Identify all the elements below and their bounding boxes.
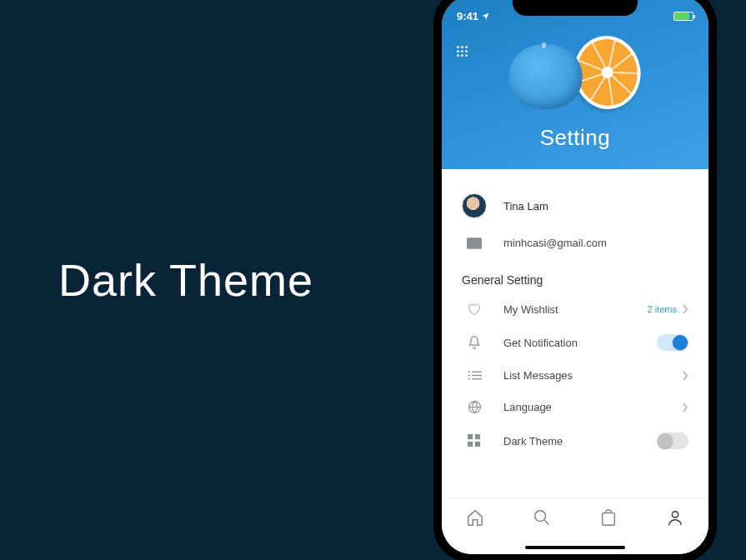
dark-theme-label: Dark Theme bbox=[503, 435, 640, 448]
svg-rect-8 bbox=[475, 434, 480, 439]
chevron-right-icon bbox=[682, 371, 688, 381]
svg-rect-3 bbox=[472, 375, 482, 376]
notification-row: Get Notification bbox=[442, 325, 708, 360]
wishlist-label: My Wishlist bbox=[503, 303, 631, 316]
svg-point-13 bbox=[672, 512, 678, 518]
messages-row[interactable]: List Messages bbox=[442, 360, 708, 391]
section-title: General Setting bbox=[442, 258, 708, 293]
chevron-right-icon bbox=[682, 304, 688, 314]
email-row: minhcasi@gmail.com bbox=[442, 228, 708, 258]
language-label: Language bbox=[503, 401, 665, 413]
avatar bbox=[462, 193, 487, 218]
svg-point-4 bbox=[468, 378, 469, 380]
notification-toggle[interactable] bbox=[657, 334, 688, 351]
tab-search[interactable] bbox=[533, 508, 551, 530]
notification-label: Get Notification bbox=[503, 337, 640, 349]
language-row[interactable]: Language bbox=[442, 391, 708, 423]
profile-name: Tina Lam bbox=[503, 200, 688, 212]
profile-email: minhcasi@gmail.com bbox=[503, 237, 688, 249]
svg-rect-12 bbox=[603, 513, 615, 526]
svg-rect-1 bbox=[472, 372, 482, 372]
heart-icon bbox=[462, 302, 487, 316]
svg-rect-9 bbox=[468, 442, 473, 447]
shopping-bag-icon bbox=[599, 508, 618, 527]
profile-row[interactable]: Tina Lam bbox=[442, 184, 708, 228]
page-headline: Dark Theme bbox=[58, 254, 433, 306]
location-arrow-icon bbox=[481, 12, 490, 21]
wishlist-count: 2 items bbox=[648, 304, 677, 314]
tab-home[interactable] bbox=[466, 508, 484, 530]
email-icon bbox=[462, 238, 487, 249]
header-illustration bbox=[504, 29, 663, 121]
tab-profile[interactable] bbox=[666, 508, 684, 530]
wishlist-row[interactable]: My Wishlist 2 items bbox=[442, 293, 708, 325]
notch bbox=[513, 0, 638, 16]
dark-theme-toggle[interactable] bbox=[657, 432, 688, 449]
globe-icon bbox=[462, 400, 487, 414]
list-icon bbox=[462, 370, 487, 381]
user-icon bbox=[666, 508, 684, 527]
svg-rect-7 bbox=[468, 434, 473, 439]
grid-tiles-icon bbox=[462, 434, 487, 448]
home-indicator[interactable] bbox=[525, 546, 625, 549]
tab-bar bbox=[442, 498, 708, 554]
svg-point-0 bbox=[468, 371, 469, 372]
svg-rect-10 bbox=[475, 442, 480, 447]
messages-label: List Messages bbox=[503, 369, 665, 382]
phone-frame: 9:41 bbox=[433, 0, 717, 560]
status-time: 9:41 bbox=[457, 10, 478, 22]
chevron-right-icon bbox=[682, 402, 688, 412]
bell-icon bbox=[462, 335, 487, 350]
svg-point-2 bbox=[468, 374, 469, 376]
svg-rect-5 bbox=[472, 378, 482, 379]
page-title: Setting bbox=[540, 125, 610, 151]
settings-header: 9:41 bbox=[442, 0, 708, 169]
search-icon bbox=[533, 508, 551, 527]
home-icon bbox=[466, 508, 484, 527]
tab-bag[interactable] bbox=[599, 508, 618, 530]
svg-point-11 bbox=[535, 511, 546, 522]
battery-icon bbox=[673, 12, 693, 21]
dark-theme-row: Dark Theme bbox=[442, 423, 708, 458]
